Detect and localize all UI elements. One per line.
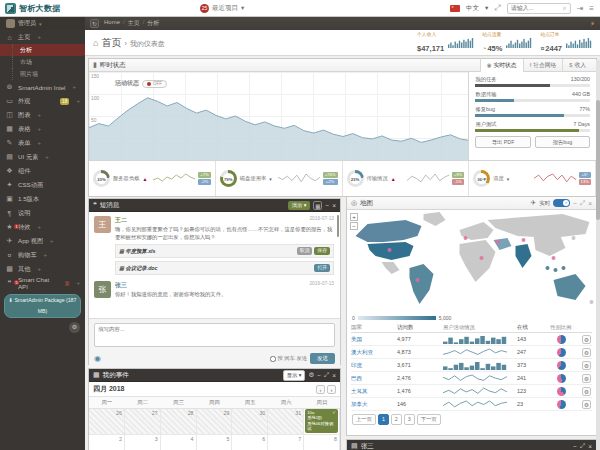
minimize-icon[interactable]: −: [573, 443, 577, 450]
expand-icon[interactable]: ⤢: [580, 199, 585, 207]
country-link[interactable]: 印度: [351, 362, 397, 369]
zoom-out-button[interactable]: −: [350, 222, 358, 230]
close-icon[interactable]: ×: [332, 202, 336, 209]
attachment[interactable]: ▤ 会议记录.doc打开: [115, 261, 334, 275]
refresh-icon[interactable]: ↻: [90, 19, 99, 28]
page-button[interactable]: 3: [404, 414, 415, 425]
expand-plus-icon[interactable]: +: [37, 224, 41, 230]
sidebar-item[interactable]: ⌂ 主页 +: [0, 30, 85, 44]
row-gear-icon[interactable]: ⚙: [582, 348, 591, 357]
calendar-day[interactable]: 29 ✓: [197, 409, 233, 435]
calendar-day[interactable]: 30 ✓: [232, 409, 268, 435]
grid-icon[interactable]: ▦: [313, 201, 322, 210]
enter-checkbox[interactable]: [270, 356, 276, 362]
row-gear-icon[interactable]: ⚙: [582, 361, 591, 370]
expand-plus-icon[interactable]: +: [45, 154, 49, 160]
sender-name[interactable]: 王二: [115, 216, 127, 225]
next-month-button[interactable]: ›: [327, 385, 336, 394]
page-button[interactable]: 2: [391, 414, 402, 425]
row-gear-icon[interactable]: ⚙: [582, 374, 591, 383]
send-button[interactable]: 发送: [310, 353, 335, 364]
sidebar-item[interactable]: ▩ 其他 +: [0, 262, 85, 276]
calendar-day[interactable]: 6 ✓: [232, 435, 268, 450]
sidebar-item[interactable]: 分析: [0, 44, 85, 56]
expand-icon[interactable]: ⤢: [580, 442, 585, 450]
expand-plus-icon[interactable]: +: [37, 266, 41, 272]
signout-icon[interactable]: ⇥: [577, 4, 584, 13]
gear-icon[interactable]: ⚙: [308, 371, 314, 379]
country-link[interactable]: 巴西: [351, 375, 397, 382]
world-map[interactable]: + −: [347, 210, 596, 314]
calendar-day[interactable]: 28 ✓: [161, 409, 197, 435]
calendar-day[interactable]: 26 ✓: [89, 409, 125, 435]
menu-icon[interactable]: ≡: [589, 4, 594, 13]
tab[interactable]: f 社会网络: [523, 59, 563, 72]
sidebar-item[interactable]: ✈ App 视图 +: [0, 234, 85, 248]
live-toggle[interactable]: OFF: [142, 80, 167, 88]
tab[interactable]: $ 收入: [562, 59, 592, 72]
minimize-icon[interactable]: −: [573, 200, 577, 207]
calendar-day[interactable]: 2 ✓: [89, 435, 125, 450]
minimize-icon[interactable]: −: [317, 372, 321, 379]
view-dropdown[interactable]: 显示 ▾: [283, 370, 306, 381]
calendar-day[interactable]: 5 ✓: [197, 435, 233, 450]
next-page-button[interactable]: 下一页: [417, 414, 441, 425]
row-gear-icon[interactable]: ⚙: [582, 400, 591, 409]
expand-plus-icon[interactable]: +: [44, 252, 48, 258]
expand-plus-icon[interactable]: +: [37, 34, 41, 40]
recent-projects-dropdown[interactable]: 25 最近项目 ▾: [200, 4, 244, 13]
country-link[interactable]: 美国: [351, 336, 397, 343]
calendar-day[interactable]: 4 ✓: [161, 435, 197, 450]
demo-dropdown[interactable]: 演示 ▾: [288, 201, 311, 210]
search-icon[interactable]: ⌕: [563, 4, 567, 12]
activity-badge[interactable]: 25: [200, 4, 209, 13]
sidebar-item[interactable]: 市场: [0, 56, 85, 68]
sidebar-item[interactable]: ✎ 表单 +: [0, 136, 85, 150]
calendar-event[interactable]: ✓ 10a 系统1阶 系统06对接测试: [305, 409, 338, 433]
calendar-day[interactable]: 3 ✓: [125, 435, 161, 450]
row-gear-icon[interactable]: ⚙: [582, 387, 591, 396]
file-action-button[interactable]: 保存: [314, 247, 330, 255]
close-icon[interactable]: ×: [588, 443, 592, 450]
camera-icon[interactable]: ◉: [94, 354, 101, 363]
sidebar-item[interactable]: ⊚ SmartAdmin Intel +: [0, 80, 85, 94]
calendar-day[interactable]: 31 ✓: [268, 409, 304, 435]
sidebar-item[interactable]: ◫ 图表 +: [0, 108, 85, 122]
sidebar-item[interactable]: ❝ 5 Smart Chat API 新 +: [0, 276, 85, 290]
search-input[interactable]: [511, 5, 563, 11]
sender-name[interactable]: 张三: [115, 281, 127, 290]
attachment[interactable]: ▤ 年度预算.xls取消保存: [115, 244, 334, 258]
sidebar-item[interactable]: ★ 1 特效 +: [0, 220, 85, 234]
expand-plus-icon[interactable]: +: [50, 238, 54, 244]
expand-icon[interactable]: ⤢: [324, 371, 329, 379]
calendar-day[interactable]: 27 ✓: [125, 409, 161, 435]
expand-plus-icon[interactable]: +: [37, 140, 41, 146]
trend-caret-icon[interactable]: ▲: [142, 176, 147, 182]
breadcrumb-main[interactable]: 主页: [128, 19, 140, 28]
breadcrumb-home[interactable]: Home: [104, 19, 120, 28]
sidebar-item[interactable]: ▦ 表格 +: [0, 122, 85, 136]
expand-plus-icon[interactable]: +: [37, 112, 41, 118]
sidebar-item[interactable]: ❖ 组件: [0, 164, 85, 178]
row-gear-icon[interactable]: ⚙: [582, 335, 591, 344]
sidebar-item[interactable]: ▣ 1.5版本: [0, 192, 85, 206]
report-bug-button[interactable]: 报告bug: [535, 136, 590, 148]
calendar-day[interactable]: 8 ✓: [304, 435, 340, 450]
tab[interactable]: ◉ 实时状态: [480, 58, 523, 72]
page-button[interactable]: 1: [378, 414, 389, 425]
flash-icon[interactable]: ⚡: [590, 20, 595, 28]
expand-plus-icon[interactable]: +: [76, 98, 80, 104]
sidebar-item[interactable]: ▤ UI 元素 +: [0, 150, 85, 164]
sidebar-item[interactable]: ¶ 说明: [0, 206, 85, 220]
trend-caret-icon[interactable]: ▲: [391, 176, 396, 182]
expand-plus-icon[interactable]: +: [72, 84, 76, 90]
minimize-icon[interactable]: −: [325, 202, 329, 209]
prev-month-button[interactable]: ‹: [316, 385, 325, 394]
country-link[interactable]: 澳大利亚: [351, 349, 397, 356]
expand-plus-icon[interactable]: +: [37, 126, 41, 132]
prev-page-button[interactable]: 上一页: [352, 414, 376, 425]
layout-gear-icon[interactable]: ⚙: [69, 322, 80, 333]
scrollbar-thumb[interactable]: [337, 215, 339, 237]
language-selector[interactable]: 中文: [466, 4, 479, 13]
calendar-day[interactable]: 1 ✓ 10a 系统1阶 系统06对接测试: [304, 409, 340, 435]
